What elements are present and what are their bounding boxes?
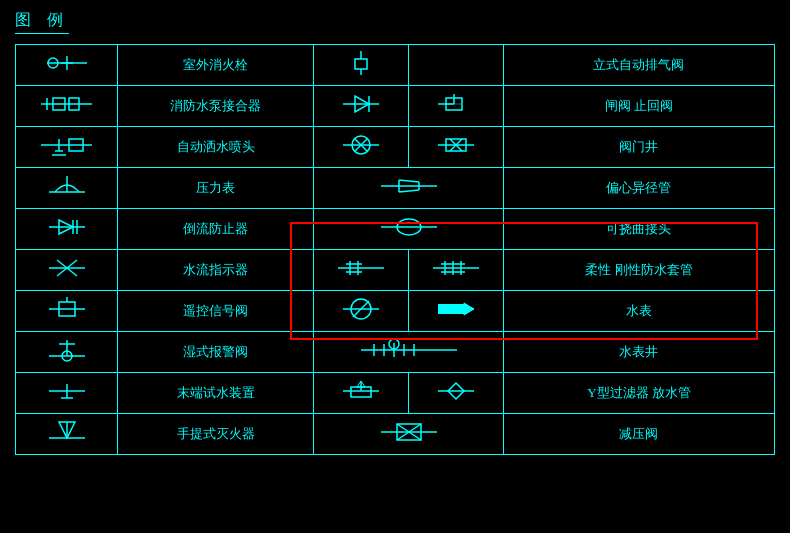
- mid-symbol-cell2: [409, 291, 504, 332]
- label-cell: 自动洒水喷头: [118, 127, 314, 168]
- x-box-icon: [379, 418, 439, 446]
- diamond-sym-icon: [436, 377, 476, 405]
- symbol-cell: [16, 209, 118, 250]
- circle-slash-icon: [341, 295, 381, 323]
- mid-symbol-cell: [314, 86, 409, 127]
- symbol-cell: [16, 127, 118, 168]
- svg-rect-66: [438, 304, 466, 314]
- mid-symbol-cell2: [409, 127, 504, 168]
- symbol-cell: [16, 86, 118, 127]
- label-cell: 末端试水装置: [118, 373, 314, 414]
- right-label-cell: 立式自动排气阀: [503, 45, 774, 86]
- table-row: 末端试水装置 Y型过滤器 放水管: [16, 373, 775, 414]
- water-meter-sym-icon: [359, 336, 459, 364]
- end-test-icon: [47, 377, 87, 405]
- right-label-cell: 偏心异径管: [503, 168, 774, 209]
- mid-symbol-cell: [314, 414, 504, 455]
- svg-rect-5: [355, 59, 367, 69]
- label-cell: 手提式灭火器: [118, 414, 314, 455]
- right-label-cell: 水表: [503, 291, 774, 332]
- table-row: 消防水泵接合器 闸阀 止回阀: [16, 86, 775, 127]
- corner-valve-icon: [436, 90, 476, 118]
- mid-symbol-cell: [314, 209, 504, 250]
- flex-sym1-icon: [336, 254, 386, 282]
- table-row: 遥控信号阀 水表: [16, 291, 775, 332]
- label-cell: 消防水泵接合器: [118, 86, 314, 127]
- right-label-cell: 可挠曲接头: [503, 209, 774, 250]
- right-label-cell: 水表井: [503, 332, 774, 373]
- symbol-cell: [16, 373, 118, 414]
- right-label-cell: Y型过滤器 放水管: [503, 373, 774, 414]
- mid-symbol-cell2: [409, 250, 504, 291]
- table-row: 自动洒水喷头 阀门井: [16, 127, 775, 168]
- table-row: 倒流防止器 可挠曲接头: [16, 209, 775, 250]
- table-row: 手提式灭火器 减压阀: [16, 414, 775, 455]
- right-label-cell: 柔性 刚性防水套管: [503, 250, 774, 291]
- flow-indicator-icon: [47, 254, 87, 282]
- sprinkler-icon: [39, 131, 94, 159]
- mid-symbol-cell2: [409, 45, 504, 86]
- label-cell: 水流指示器: [118, 250, 314, 291]
- hand-extinguisher-icon: [47, 418, 87, 446]
- svg-line-35: [399, 190, 419, 192]
- symbol-cell: [16, 250, 118, 291]
- page-title: 图 例: [15, 10, 69, 34]
- label-cell: 遥控信号阀: [118, 291, 314, 332]
- symbol-cell: [16, 332, 118, 373]
- pressure-gauge-icon: [47, 172, 87, 200]
- pump-combiner-icon: [39, 90, 94, 118]
- mid-symbol-cell: [314, 45, 409, 86]
- reducer-icon: [379, 172, 439, 200]
- label-cell: 室外消火栓: [118, 45, 314, 86]
- circle-x-valve-icon: [341, 131, 381, 159]
- label-cell: 倒流防止器: [118, 209, 314, 250]
- symbol-cell: [16, 168, 118, 209]
- oval-sym-icon: [379, 213, 439, 241]
- mid-symbol-cell: [314, 127, 409, 168]
- blue-arrow-icon: [436, 295, 476, 323]
- symbol-cell: [16, 291, 118, 332]
- table-row: 水流指示器 柔性: [16, 250, 775, 291]
- mid-symbol-cell: [314, 291, 409, 332]
- check-valve-icon: [341, 90, 381, 118]
- remote-signal-icon: [47, 295, 87, 323]
- rect-valve-icon: [436, 131, 476, 159]
- t-valve-icon: [341, 377, 381, 405]
- wet-alarm-icon: [47, 336, 87, 364]
- mid-symbol-cell2: [409, 373, 504, 414]
- mid-symbol-cell: [314, 332, 504, 373]
- title-section: 图 例: [15, 10, 775, 36]
- right-label-cell: 阀门井: [503, 127, 774, 168]
- right-label-cell: 减压阀: [503, 414, 774, 455]
- mid-symbol-cell: [314, 250, 409, 291]
- symbol-cell: [16, 45, 118, 86]
- symbol-cell: [16, 414, 118, 455]
- table-row: 室外消火栓 立式自动排气阀: [16, 45, 775, 86]
- table-row: 压力表 偏心异径管: [16, 168, 775, 209]
- svg-line-34: [399, 180, 419, 182]
- backflow-prev-icon: [47, 213, 87, 241]
- main-container: 图 例 室外消火栓 立式自动排气: [0, 0, 790, 465]
- flex-sym2-icon: [431, 254, 481, 282]
- right-label-cell: 闸阀 止回阀: [503, 86, 774, 127]
- outdoor-hydrant-icon: [43, 49, 91, 77]
- legend-table: 室外消火栓 立式自动排气阀 消防水泵接合器: [15, 44, 775, 455]
- mid-symbol-cell: [314, 168, 504, 209]
- label-cell: 湿式报警阀: [118, 332, 314, 373]
- valve-small-icon: [341, 49, 381, 77]
- table-row: 湿式报警阀 水表井: [16, 332, 775, 373]
- mid-symbol-cell2: [409, 86, 504, 127]
- mid-symbol-cell: [314, 373, 409, 414]
- label-cell: 压力表: [118, 168, 314, 209]
